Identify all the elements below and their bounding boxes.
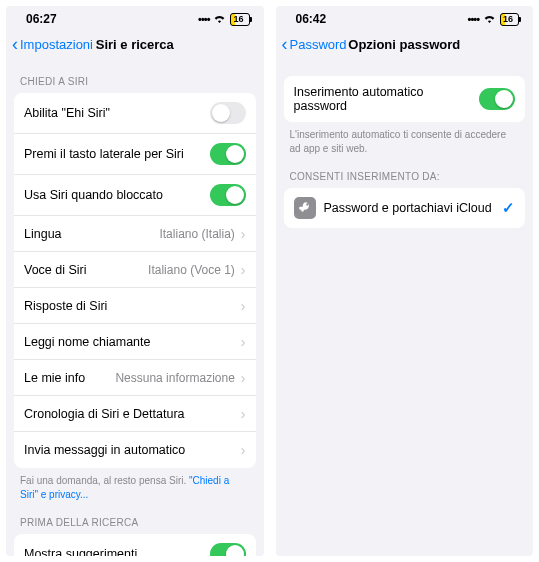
- status-bar: 06:42 •••• 16: [276, 6, 534, 28]
- battery-icon: 16: [500, 13, 519, 26]
- chevron-right-icon: ›: [241, 227, 246, 241]
- row-label: Premi il tasto laterale per Siri: [24, 147, 184, 161]
- list-autofill: Inserimento automatico password: [284, 76, 526, 122]
- chevron-right-icon: ›: [241, 263, 246, 277]
- row-label: Leggi nome chiamante: [24, 335, 150, 349]
- nav-bar: ‹ Password Opzioni password: [276, 28, 534, 62]
- group-header-before-search: PRIMA DELLA RICERCA: [6, 503, 264, 534]
- chevron-right-icon: ›: [241, 443, 246, 457]
- toggle-side-button[interactable]: [210, 143, 246, 165]
- chevron-right-icon: ›: [241, 407, 246, 421]
- row-locked[interactable]: Usa Siri quando bloccato: [14, 175, 256, 216]
- row-value: Nessuna informazione: [115, 371, 234, 385]
- key-icon: [294, 197, 316, 219]
- group-header-allow-from: CONSENTI INSERIMENTO DA:: [276, 157, 534, 188]
- row-autofill[interactable]: Inserimento automatico password: [284, 76, 526, 122]
- footer-autofill: L'inserimento automatico ti consente di …: [276, 122, 534, 157]
- row-announce[interactable]: Leggi nome chiamante ›: [14, 324, 256, 360]
- signal-icon: ••••: [468, 13, 479, 25]
- content-scroll[interactable]: CHIEDI A SIRI Abilita "Ehi Siri" Premi i…: [6, 62, 264, 556]
- row-myinfo[interactable]: Le mie info Nessuna informazione›: [14, 360, 256, 396]
- status-time: 06:42: [296, 12, 327, 26]
- row-suggestions[interactable]: Mostra suggerimenti: [14, 534, 256, 556]
- battery-icon: 16: [230, 13, 249, 26]
- row-hey-siri[interactable]: Abilita "Ehi Siri": [14, 93, 256, 134]
- toggle-locked[interactable]: [210, 184, 246, 206]
- list-sources: Password e portachiavi iCloud ✓: [284, 188, 526, 228]
- list-before-search: Mostra suggerimenti Mostra recenti: [14, 534, 256, 556]
- status-time: 06:27: [26, 12, 57, 26]
- wifi-icon: [213, 12, 226, 26]
- row-label: Invia messaggi in automatico: [24, 443, 185, 457]
- chevron-right-icon: ›: [241, 299, 246, 313]
- row-label: Inserimento automatico password: [294, 85, 480, 113]
- toggle-suggestions[interactable]: [210, 543, 246, 556]
- row-label: Mostra suggerimenti: [24, 547, 137, 556]
- row-side-button[interactable]: Premi il tasto laterale per Siri: [14, 134, 256, 175]
- content-scroll[interactable]: Inserimento automatico password L'inseri…: [276, 62, 534, 556]
- nav-bar: ‹ Impostazioni Siri e ricerca: [6, 28, 264, 62]
- row-responses[interactable]: Risposte di Siri ›: [14, 288, 256, 324]
- row-voice[interactable]: Voce di Siri Italiano (Voce 1)›: [14, 252, 256, 288]
- row-icloud-keychain[interactable]: Password e portachiavi iCloud ✓: [284, 188, 526, 228]
- back-label: Password: [290, 37, 347, 52]
- wifi-icon: [483, 12, 496, 26]
- group-footer-ask-siri: Fai una domanda, al resto pensa Siri. "C…: [6, 468, 264, 503]
- row-history[interactable]: Cronologia di Siri e Dettatura ›: [14, 396, 256, 432]
- row-label: Risposte di Siri: [24, 299, 107, 313]
- chevron-right-icon: ›: [241, 371, 246, 385]
- toggle-autofill[interactable]: [479, 88, 515, 110]
- screen-password-options: 06:42 •••• 16 ‹ Password Opzioni passwor…: [276, 6, 534, 556]
- chevron-right-icon: ›: [241, 335, 246, 349]
- row-label: Voce di Siri: [24, 263, 87, 277]
- row-label: Abilita "Ehi Siri": [24, 106, 110, 120]
- back-label: Impostazioni: [20, 37, 93, 52]
- chevron-left-icon: ‹: [12, 35, 18, 53]
- row-value: Italiano (Italia): [159, 227, 234, 241]
- group-header-ask-siri: CHIEDI A SIRI: [6, 62, 264, 93]
- signal-icon: ••••: [198, 13, 209, 25]
- back-button[interactable]: ‹ Impostazioni: [12, 35, 93, 53]
- status-bar: 06:27 •••• 16: [6, 6, 264, 28]
- row-label: Password e portachiavi iCloud: [324, 201, 492, 215]
- screen-siri: 06:27 •••• 16 ‹ Impostazioni Siri e rice…: [6, 6, 264, 556]
- row-label: Usa Siri quando bloccato: [24, 188, 163, 202]
- checkmark-icon: ✓: [502, 199, 515, 217]
- row-label: Le mie info: [24, 371, 85, 385]
- list-ask-siri: Abilita "Ehi Siri" Premi il tasto latera…: [14, 93, 256, 468]
- row-label: Cronologia di Siri e Dettatura: [24, 407, 185, 421]
- toggle-hey-siri[interactable]: [210, 102, 246, 124]
- row-label: Lingua: [24, 227, 62, 241]
- row-value: Italiano (Voce 1): [148, 263, 235, 277]
- row-automessage[interactable]: Invia messaggi in automatico ›: [14, 432, 256, 468]
- back-button[interactable]: ‹ Password: [282, 35, 347, 53]
- chevron-left-icon: ‹: [282, 35, 288, 53]
- row-language[interactable]: Lingua Italiano (Italia)›: [14, 216, 256, 252]
- status-icons: •••• 16: [198, 12, 249, 26]
- status-icons: •••• 16: [468, 12, 519, 26]
